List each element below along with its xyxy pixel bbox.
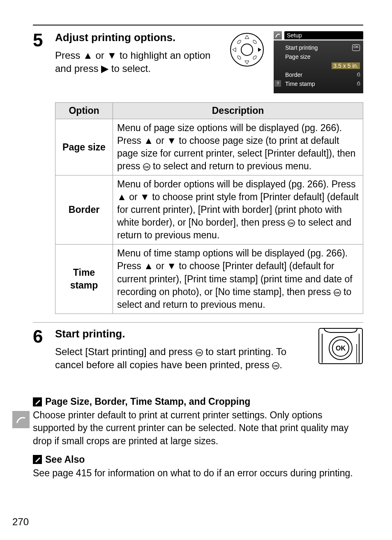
camera-screen-setup: Setup ? Start printing OK Page size (274, 31, 363, 93)
text: . (279, 359, 282, 370)
svg-point-9 (252, 55, 257, 60)
down-arrow-icon: ▼ (140, 192, 150, 202)
ok-circle-icon: OK (143, 163, 150, 171)
option-label: Page size (55, 119, 113, 175)
text: to select and return to previous menu. (150, 161, 312, 171)
step-6: 6 Start printing. Select [Start printing… (33, 328, 363, 372)
label: Start printing (285, 44, 318, 51)
ok-badge-icon: OK (352, 44, 360, 51)
option-label: Border (55, 175, 113, 245)
step-6-title: Start printing. (55, 328, 310, 340)
svg-point-7 (252, 39, 257, 44)
step-5: 5 Adjust printing options. Press ▲ or ▼ … (33, 31, 363, 314)
step-5-text: Press ▲ or ▼ to highlight an option and … (55, 49, 220, 76)
up-arrow-icon: ▲ (144, 135, 153, 146)
text: Menu of border options will be displayed… (117, 179, 355, 189)
svg-marker-2 (245, 35, 249, 39)
down-arrow-icon: ▼ (167, 135, 176, 146)
note-title: Page Size, Border, Time Stamp, and Cropp… (45, 396, 250, 407)
option-description: Menu of time stamp options will be displ… (113, 245, 363, 314)
svg-marker-5 (258, 48, 261, 52)
down-arrow-icon: ▼ (107, 49, 117, 62)
svg-marker-3 (245, 61, 249, 64)
text: stamp (70, 280, 98, 291)
label: Time stamp (285, 81, 315, 87)
page-number: 270 (12, 516, 29, 528)
printer-icon: ⎙ (357, 81, 360, 87)
text: to select. (108, 63, 151, 74)
ok-circle-icon: OK (334, 289, 341, 296)
help-icon: ? (274, 80, 281, 87)
text: or (127, 192, 140, 202)
up-arrow-icon: ▲ (117, 192, 127, 202)
label: Border (285, 72, 302, 78)
text: or (93, 50, 107, 61)
svg-point-1 (241, 44, 253, 55)
table-header-description: Description (113, 103, 363, 119)
note-body-page-size: Choose printer default to print at curre… (33, 409, 363, 447)
option-description: Menu of page size options will be displa… (113, 119, 363, 175)
svg-text:OK: OK (289, 222, 294, 225)
svg-text:OK: OK (197, 351, 202, 355)
dpad-illustration (228, 31, 265, 71)
text: or (153, 261, 167, 271)
note-title: See Also (45, 454, 85, 465)
svg-text:OK: OK (335, 291, 340, 295)
ok-circle-icon: OK (288, 219, 295, 227)
right-arrow-icon: ▶ (101, 62, 108, 75)
down-arrow-icon: ▼ (167, 261, 176, 271)
note-heading-page-size: Page Size, Border, Time Stamp, and Cropp… (33, 396, 363, 407)
text: Press (55, 50, 83, 61)
ok-button-illustration: OK (318, 328, 363, 367)
note-body-see-also: See page 415 for information on what to … (33, 467, 363, 480)
step-6-text: Select [Start printing] and press OK to … (55, 345, 310, 372)
value: 3.5 x 5 in. (332, 62, 360, 69)
screen-title: Setup (284, 31, 363, 39)
text: or (153, 135, 167, 146)
table-row-page-size: Page size Menu of page size options will… (55, 119, 363, 175)
up-arrow-icon: ▲ (83, 49, 93, 62)
pencil-icon (33, 397, 42, 406)
screen-row-page-size-value: 3.5 x 5 in. (285, 61, 360, 70)
screen-row-page-size: Page size (285, 52, 360, 61)
side-tab-icon (12, 411, 30, 428)
svg-text:OK: OK (273, 364, 278, 368)
table-header-option: Option (55, 103, 113, 119)
printer-icon: ⎙ (357, 72, 360, 78)
table-row-time-stamp: Time stamp Menu of time stamp options wi… (55, 245, 363, 314)
label: Page size (285, 53, 310, 60)
ok-circle-icon: OK (272, 362, 279, 369)
svg-marker-4 (233, 48, 236, 52)
step-number-5: 5 (33, 31, 49, 49)
pencil-icon (33, 455, 42, 464)
svg-point-8 (237, 55, 241, 60)
text: Select [Start printing] and press (55, 346, 196, 357)
svg-text:OK: OK (144, 165, 149, 169)
option-description: Menu of border options will be displayed… (113, 175, 363, 245)
svg-text:OK: OK (336, 345, 346, 352)
step-5-title: Adjust printing options. (55, 31, 220, 44)
screen-row-time-stamp: Time stamp ⎙ (285, 79, 360, 88)
up-arrow-icon: ▲ (144, 261, 153, 271)
step-number-6: 6 (33, 328, 49, 346)
table-row-border: Border Menu of border options will be di… (55, 175, 363, 245)
note-heading-see-also: See Also (33, 454, 363, 465)
screen-row-border: Border ⎙ (285, 70, 360, 79)
connect-icon (274, 31, 282, 39)
options-table: Option Description Page size Menu of pag… (55, 102, 363, 314)
text: Time (73, 267, 95, 278)
screen-row-start-printing: Start printing OK (285, 43, 360, 52)
svg-point-6 (237, 39, 241, 44)
ok-circle-icon: OK (196, 349, 203, 356)
option-label: Time stamp (55, 245, 113, 314)
